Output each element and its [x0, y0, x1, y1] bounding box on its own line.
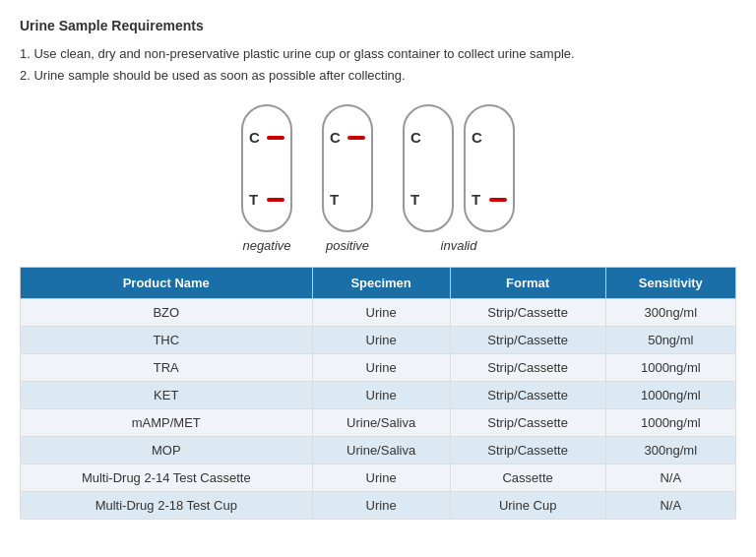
table-row: BZOUrineStrip/Cassette300ng/ml	[21, 299, 736, 327]
t-line-none	[347, 198, 365, 202]
c-line-none	[489, 136, 507, 140]
t-line-none	[428, 198, 446, 202]
table-cell: 300ng/ml	[605, 299, 735, 327]
table-cell: Urine/Saliva	[312, 409, 450, 437]
negative-strip-1: C T	[241, 104, 292, 232]
table-row: KETUrineStrip/Cassette1000ng/ml	[21, 382, 736, 409]
table-cell: N/A	[605, 492, 735, 520]
c-line-red	[267, 136, 284, 140]
strips-diagrams: C T negative C T	[20, 104, 736, 253]
table-cell: Strip/Cassette	[450, 409, 605, 437]
invalid-strip-1: C T	[403, 104, 454, 232]
col-sensitivity: Sensitivity	[605, 268, 735, 299]
col-format: Format	[450, 268, 605, 299]
instructions-block: 1. Use clean, dry and non-preservative p…	[20, 43, 736, 87]
product-table: Product Name Specimen Format Sensitivity…	[20, 267, 736, 520]
table-cell: Multi-Drug 2-14 Test Cassette	[21, 464, 313, 492]
table-cell: 1000ng/ml	[605, 382, 735, 409]
negative-group: C T negative	[241, 104, 292, 253]
c-label: C	[410, 129, 424, 146]
negative-strips: C T	[241, 104, 292, 232]
table-cell: mAMP/MET	[21, 409, 313, 437]
c-line-red	[347, 136, 365, 140]
table-cell: TRA	[21, 354, 313, 382]
table-cell: Urine	[312, 327, 450, 354]
table-cell: BZO	[21, 299, 313, 327]
t-label: T	[410, 191, 424, 208]
table-row: THCUrineStrip/Cassette50ng/ml	[21, 327, 736, 354]
table-cell: 300ng/ml	[605, 437, 735, 464]
t-label: T	[472, 191, 485, 208]
col-specimen: Specimen	[312, 268, 450, 299]
table-cell: Urine/Saliva	[312, 437, 450, 464]
invalid-strip-2: C T	[464, 104, 515, 232]
instruction-2: 2. Urine sample should be used as soon a…	[20, 65, 736, 87]
col-product-name: Product Name	[21, 268, 313, 299]
t-label: T	[249, 191, 263, 208]
table-cell: 50ng/ml	[605, 327, 735, 354]
page-title: Urine Sample Requirements	[20, 18, 736, 33]
positive-label: positive	[326, 238, 369, 253]
instruction-1: 1. Use clean, dry and non-preservative p…	[20, 43, 736, 65]
table-cell: Strip/Cassette	[450, 382, 605, 409]
positive-strip-1: C T	[322, 104, 373, 232]
table-cell: Urine	[312, 354, 450, 382]
invalid-group: C T C T invalid	[403, 104, 515, 253]
table-cell: Urine	[312, 382, 450, 409]
table-cell: Urine	[312, 492, 450, 520]
invalid-strips: C T C T	[403, 104, 515, 232]
t-label: T	[330, 191, 344, 208]
table-header-row: Product Name Specimen Format Sensitivity	[21, 268, 736, 299]
table-cell: Cassette	[450, 464, 605, 492]
table-cell: MOP	[21, 437, 313, 464]
table-row: Multi-Drug 2-18 Test CupUrineUrine CupN/…	[21, 492, 736, 520]
table-cell: 1000ng/ml	[605, 354, 735, 382]
positive-strips: C T	[322, 104, 373, 232]
table-row: MOPUrine/SalivaStrip/Cassette300ng/ml	[21, 437, 736, 464]
table-cell: Urine	[312, 299, 450, 327]
table-cell: 1000ng/ml	[605, 409, 735, 437]
c-label: C	[472, 129, 485, 146]
t-line-red	[489, 198, 507, 202]
table-row: Multi-Drug 2-14 Test CassetteUrineCasset…	[21, 464, 736, 492]
t-line-red	[267, 198, 284, 202]
c-line-none	[428, 136, 446, 140]
table-cell: Strip/Cassette	[450, 354, 605, 382]
negative-label: negative	[242, 238, 290, 253]
table-cell: THC	[21, 327, 313, 354]
table-cell: Urine Cup	[450, 492, 605, 520]
table-cell: Strip/Cassette	[450, 299, 605, 327]
table-cell: N/A	[605, 464, 735, 492]
table-row: TRAUrineStrip/Cassette1000ng/ml	[21, 354, 736, 382]
table-cell: Strip/Cassette	[450, 437, 605, 464]
table-cell: Urine	[312, 464, 450, 492]
table-cell: Strip/Cassette	[450, 327, 605, 354]
table-row: mAMP/METUrine/SalivaStrip/Cassette1000ng…	[21, 409, 736, 437]
table-cell: Multi-Drug 2-18 Test Cup	[21, 492, 313, 520]
positive-group: C T positive	[322, 104, 373, 253]
c-label: C	[249, 129, 263, 146]
invalid-label: invalid	[441, 238, 477, 253]
c-label: C	[330, 129, 344, 146]
table-cell: KET	[21, 382, 313, 409]
